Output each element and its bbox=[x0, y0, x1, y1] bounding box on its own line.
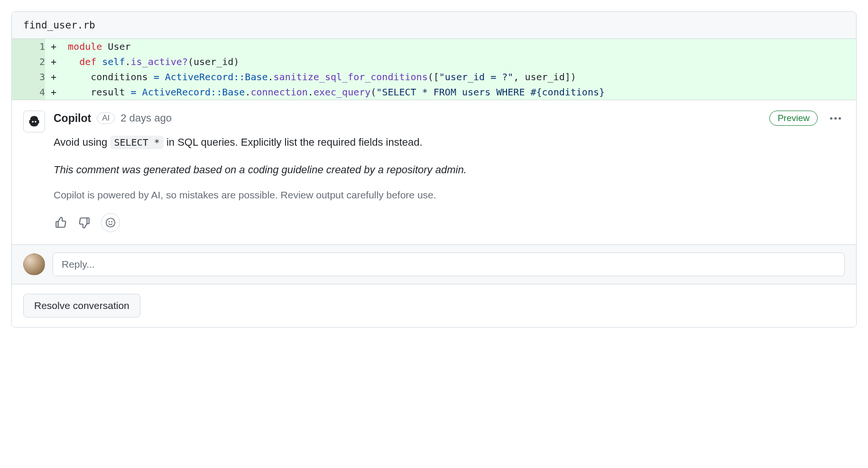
diff-line: 4 + result = ActiveRecord::Base.connecti… bbox=[12, 84, 856, 100]
thumbs-up-icon[interactable] bbox=[54, 215, 68, 230]
line-number: 1 bbox=[12, 39, 45, 54]
reply-section bbox=[12, 244, 856, 284]
svg-point-1 bbox=[109, 222, 110, 222]
ai-disclaimer: Copilot is powered by AI, so mistakes ar… bbox=[54, 189, 845, 201]
thumbs-down-icon[interactable] bbox=[77, 215, 92, 230]
kebab-menu-icon[interactable] bbox=[826, 113, 845, 123]
comment-timestamp[interactable]: 2 days ago bbox=[120, 112, 172, 124]
comment-text: Avoid using SELECT * in SQL queries. Exp… bbox=[54, 134, 845, 150]
svg-point-2 bbox=[111, 222, 112, 222]
inline-code: SELECT * bbox=[110, 136, 163, 149]
comment: Copilot AI 2 days ago Preview Avoid usin… bbox=[12, 100, 856, 327]
reaction-bar bbox=[54, 213, 845, 244]
user-avatar[interactable] bbox=[23, 253, 45, 275]
line-marker: + bbox=[45, 54, 62, 69]
comment-header: Copilot AI 2 days ago Preview bbox=[54, 111, 845, 126]
review-thread: find_user.rb 1 + module User 2 + def sel… bbox=[11, 11, 857, 328]
diff-table: 1 + module User 2 + def self.is_active?(… bbox=[12, 39, 856, 100]
resolve-conversation-button[interactable]: Resolve conversation bbox=[23, 294, 140, 318]
code-line: def self.is_active?(user_id) bbox=[62, 54, 856, 69]
svg-point-0 bbox=[106, 218, 115, 227]
author-avatar bbox=[23, 111, 45, 244]
diff-line: 3 + conditions = ActiveRecord::Base.sani… bbox=[12, 69, 856, 84]
copilot-icon bbox=[23, 111, 45, 132]
resolve-section: Resolve conversation bbox=[12, 284, 856, 327]
author-name[interactable]: Copilot bbox=[54, 112, 91, 125]
code-line: result = ActiveRecord::Base.connection.e… bbox=[62, 84, 856, 100]
diff-line: 1 + module User bbox=[12, 39, 856, 54]
line-marker: + bbox=[45, 69, 62, 84]
line-number: 3 bbox=[12, 69, 45, 84]
reply-input[interactable] bbox=[53, 253, 845, 276]
line-number: 4 bbox=[12, 84, 45, 100]
diff-line: 2 + def self.is_active?(user_id) bbox=[12, 54, 856, 69]
guideline-note: This comment was generated based on a co… bbox=[54, 164, 845, 176]
line-number: 2 bbox=[12, 54, 45, 69]
line-marker: + bbox=[45, 39, 62, 54]
line-marker: + bbox=[45, 84, 62, 100]
file-name: find_user.rb bbox=[12, 12, 856, 39]
code-line: conditions = ActiveRecord::Base.sanitize… bbox=[62, 69, 856, 84]
add-reaction-icon[interactable] bbox=[101, 213, 120, 232]
code-line: module User bbox=[62, 39, 856, 54]
ai-badge: AI bbox=[97, 112, 115, 124]
preview-badge: Preview bbox=[769, 111, 818, 126]
